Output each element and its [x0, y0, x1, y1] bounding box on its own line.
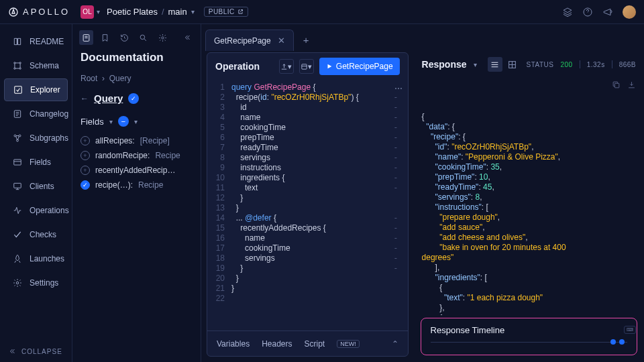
- remove-all-icon[interactable]: −: [118, 116, 129, 127]
- crumb-leaf[interactable]: Query: [109, 74, 131, 83]
- status-size: 866B: [619, 61, 636, 68]
- chevron-down-icon[interactable]: ▾: [474, 61, 477, 68]
- documentation-panel: Documentation Root › Query ← Query ✓ Fie…: [72, 24, 201, 362]
- type-heading[interactable]: Query: [94, 93, 123, 104]
- svg-point-4: [14, 68, 15, 69]
- chevron-down-icon[interactable]: ▾: [134, 118, 138, 125]
- nav-explorer[interactable]: Explorer: [4, 78, 68, 101]
- svg-rect-6: [15, 86, 22, 94]
- svg-rect-17: [302, 64, 307, 68]
- top-bar: APOLLO OL ▾ Poetic Plates / main ▾ PUBLI…: [0, 0, 644, 24]
- field-row[interactable]: ✓recipe(…): Recipe: [80, 178, 193, 192]
- new-badge: NEW!: [337, 340, 360, 348]
- svg-point-15: [140, 35, 145, 40]
- chevron-down-icon[interactable]: ▾: [109, 118, 113, 125]
- copy-icon[interactable]: [612, 80, 621, 89]
- add-tab-button[interactable]: +: [303, 34, 309, 46]
- response-panel: Response ▾ STATUS 200 1.32s 866B { "data…: [414, 24, 644, 362]
- check-icon: ✓: [128, 93, 139, 104]
- status-code: 200: [560, 61, 572, 68]
- response-body[interactable]: { "data": { "recipe": { "id": "recOZrH0R…: [414, 78, 644, 315]
- fields-heading: Fields: [80, 117, 104, 127]
- collapse-doc-icon[interactable]: [180, 30, 195, 45]
- nav-readme[interactable]: README: [4, 30, 68, 53]
- nav-operations[interactable]: Operations: [4, 199, 68, 222]
- status-time: 1.32s: [587, 61, 605, 68]
- collection-icon[interactable]: ▾: [299, 59, 314, 74]
- field-list: +allRecipes: [Recipe] +randomRecipe: Rec…: [80, 133, 193, 192]
- svg-rect-11: [14, 160, 21, 165]
- svg-rect-12: [14, 183, 21, 188]
- svg-point-10: [17, 139, 19, 141]
- nav-subgraphs[interactable]: Subgraphs: [4, 127, 68, 149]
- download-icon[interactable]: [627, 80, 636, 89]
- megaphone-icon[interactable]: [602, 7, 613, 17]
- view-json-icon[interactable]: [488, 57, 502, 72]
- chevron-down-icon[interactable]: ▾: [191, 8, 195, 15]
- nav-schema[interactable]: Schema: [4, 54, 68, 77]
- search-icon[interactable]: [137, 30, 151, 45]
- project-name: Poetic Plates: [107, 7, 158, 17]
- crumb-root[interactable]: Root: [80, 74, 97, 83]
- query-editor[interactable]: ⋯ 1query GetRecipePage {2 recipe(id: "re…: [207, 80, 408, 330]
- bookmark-icon[interactable]: [99, 30, 113, 45]
- operation-heading: Operation: [215, 61, 274, 72]
- field-row[interactable]: +randomRecipe: Recipe: [80, 148, 193, 163]
- field-row[interactable]: +recentlyAddedRecip…: [80, 163, 193, 178]
- svg-point-13: [16, 282, 19, 284]
- variant-badge[interactable]: OL: [80, 5, 94, 19]
- documentation-title: Documentation: [80, 51, 193, 64]
- nav-changelog[interactable]: Changelog: [4, 103, 68, 125]
- field-row[interactable]: +allRecipes: [Recipe]: [80, 133, 193, 148]
- history-icon[interactable]: [117, 30, 131, 45]
- gear-icon[interactable]: [156, 30, 170, 45]
- docs-tab-icon[interactable]: [79, 30, 93, 45]
- expand-icon[interactable]: ⌃: [392, 339, 398, 349]
- svg-point-2: [14, 62, 15, 64]
- script-tab[interactable]: Script: [305, 339, 325, 349]
- svg-point-3: [19, 62, 21, 64]
- help-icon[interactable]: [582, 7, 593, 17]
- sidebar: README Schema Explorer Changelog Subgrap…: [0, 24, 72, 362]
- chevron-down-icon[interactable]: ▾: [97, 8, 100, 15]
- variables-tab[interactable]: Variables: [217, 339, 250, 349]
- headers-tab[interactable]: Headers: [262, 339, 292, 349]
- layers-icon[interactable]: [562, 7, 573, 17]
- avatar[interactable]: [623, 5, 636, 19]
- brand-name: APOLLO: [23, 7, 70, 17]
- nav-settings[interactable]: Settings: [4, 272, 68, 294]
- status-label: STATUS: [527, 61, 554, 68]
- doc-breadcrumb: Root › Query: [80, 74, 193, 83]
- close-icon[interactable]: ✕: [278, 36, 285, 46]
- svg-rect-19: [614, 83, 619, 87]
- operation-tab[interactable]: GetRecipePage ✕: [205, 29, 294, 51]
- visibility-badge[interactable]: PUBLIC: [204, 7, 248, 17]
- nav-checks[interactable]: Checks: [4, 223, 68, 246]
- branch-name: main: [168, 7, 187, 17]
- view-table-icon[interactable]: [505, 57, 520, 72]
- operation-panel: GetRecipePage ✕ + Operation ▾ ▾ GetRecip…: [201, 24, 414, 362]
- response-timeline[interactable]: Response Timeline: [421, 318, 637, 355]
- svg-point-5: [19, 68, 21, 69]
- graph-breadcrumb[interactable]: Poetic Plates / main ▾: [107, 7, 195, 17]
- collapse-button[interactable]: COLLAPSE: [0, 347, 72, 355]
- response-heading: Response: [422, 59, 467, 70]
- timeline-title: Response Timeline: [431, 325, 627, 335]
- nav-clients[interactable]: Clients: [4, 175, 68, 198]
- share-icon[interactable]: ▾: [279, 59, 294, 74]
- brand-logo: APOLLO: [8, 7, 70, 17]
- run-button[interactable]: GetRecipePage: [319, 58, 400, 75]
- nav-fields[interactable]: Fields: [4, 151, 68, 174]
- svg-point-16: [162, 36, 164, 38]
- nav-launches[interactable]: Launches: [4, 247, 68, 270]
- back-icon[interactable]: ←: [80, 94, 89, 103]
